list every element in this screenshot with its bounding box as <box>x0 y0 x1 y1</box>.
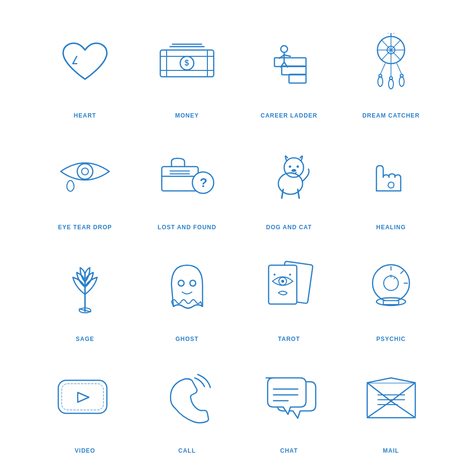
eye-tear-drop-icon-wrap <box>56 129 114 219</box>
chat-cell: CHAT <box>240 352 338 459</box>
money-cell: $ MONEY <box>138 17 236 124</box>
lost-and-found-icon-wrap: ? <box>158 129 216 219</box>
svg-line-64 <box>401 271 403 273</box>
money-icon-wrap: $ <box>158 17 216 107</box>
video-label: VIDEO <box>75 447 95 454</box>
svg-rect-13 <box>274 58 306 67</box>
dog-and-cat-cell: DOG AND CAT <box>240 129 338 236</box>
svg-point-48 <box>297 166 299 168</box>
chat-label: CHAT <box>280 447 298 454</box>
psychic-icon <box>366 258 417 314</box>
sage-icon-wrap <box>63 240 107 331</box>
heart-icon-wrap <box>58 17 112 107</box>
mail-icon-wrap <box>363 352 419 442</box>
video-icon-wrap <box>56 352 114 442</box>
svg-point-46 <box>291 169 296 172</box>
svg-text:✦: ✦ <box>272 272 276 277</box>
svg-text:✦: ✦ <box>288 272 292 277</box>
heart-icon <box>58 39 112 85</box>
svg-rect-11 <box>289 74 306 83</box>
dream-catcher-cell: DREAM CATCHER <box>342 17 440 124</box>
career-ladder-icon <box>262 35 316 89</box>
dream-catcher-icon-wrap <box>367 17 415 107</box>
lost-and-found-cell: ? LOST AND FOUND <box>138 129 236 236</box>
dog-and-cat-icon-wrap <box>262 129 316 219</box>
sage-icon <box>63 258 107 314</box>
sage-label: SAGE <box>76 336 94 342</box>
lost-and-found-label: LOST AND FOUND <box>158 224 217 231</box>
mail-icon <box>363 373 419 422</box>
svg-line-28 <box>397 64 402 74</box>
svg-line-0 <box>73 56 77 64</box>
svg-rect-70 <box>383 301 399 305</box>
career-ladder-label: CAREER LADDER <box>260 112 317 119</box>
video-icon <box>56 375 114 419</box>
heart-cell: HEART <box>36 17 134 124</box>
ghost-icon-wrap <box>162 240 213 331</box>
svg-line-79 <box>391 401 415 418</box>
career-ladder-icon-wrap <box>262 17 316 107</box>
tarot-cell: ✦ ✦ TAROT <box>240 240 338 347</box>
healing-icon <box>367 147 415 201</box>
eye-tear-drop-cell: EYE TEAR DROP <box>36 129 134 236</box>
svg-point-59 <box>281 280 284 283</box>
icon-grid: HEART $ MONEY <box>27 7 449 469</box>
ghost-label: GHOST <box>175 336 199 342</box>
dog-and-cat-label: DOG AND CAT <box>266 224 312 231</box>
psychic-label: PSYCHIC <box>376 336 406 342</box>
healing-label: HEALING <box>376 224 406 231</box>
svg-point-54 <box>178 280 184 286</box>
dog-and-cat-icon <box>262 147 316 201</box>
svg-point-36 <box>77 164 93 179</box>
chat-icon-wrap <box>261 352 317 442</box>
eye-tear-drop-icon <box>56 152 114 196</box>
svg-point-47 <box>289 166 291 168</box>
heart-label: HEART <box>74 112 96 119</box>
healing-cell: HEALING <box>342 129 440 236</box>
svg-line-78 <box>367 401 391 418</box>
money-icon: $ <box>158 43 216 82</box>
svg-line-17 <box>284 55 290 56</box>
svg-point-32 <box>389 79 393 89</box>
call-label: CALL <box>178 447 196 454</box>
call-cell: CALL <box>138 352 236 459</box>
career-ladder-cell: CAREER LADDER <box>240 17 338 124</box>
lost-and-found-icon: ? <box>158 150 216 198</box>
svg-line-26 <box>380 64 385 74</box>
mail-cell: MAIL <box>342 352 440 459</box>
money-label: MONEY <box>175 112 199 119</box>
svg-rect-71 <box>58 380 107 413</box>
svg-line-68 <box>394 277 395 279</box>
svg-text:?: ? <box>200 175 207 190</box>
tarot-icon: ✦ ✦ <box>264 258 315 314</box>
ghost-cell: GHOST <box>138 240 236 347</box>
svg-point-55 <box>190 280 196 286</box>
mail-label: MAIL <box>383 447 399 454</box>
svg-point-37 <box>82 168 88 175</box>
healing-icon-wrap <box>367 129 415 219</box>
call-icon-wrap <box>162 352 213 442</box>
tarot-icon-wrap: ✦ ✦ <box>264 240 315 331</box>
ghost-icon <box>162 258 213 314</box>
svg-point-30 <box>378 77 383 86</box>
svg-point-34 <box>399 77 404 86</box>
call-icon <box>162 371 213 424</box>
svg-rect-72 <box>62 384 103 410</box>
svg-text:$: $ <box>185 59 189 67</box>
eye-tear-drop-label: EYE TEAR DROP <box>58 224 112 231</box>
svg-point-14 <box>281 46 288 52</box>
video-cell: VIDEO <box>36 352 134 459</box>
svg-rect-12 <box>282 66 306 75</box>
dream-catcher-label: DREAM CATCHER <box>362 112 420 119</box>
psychic-cell: PSYCHIC <box>342 240 440 347</box>
sage-cell: SAGE <box>36 240 134 347</box>
dream-catcher-icon <box>367 33 415 91</box>
svg-point-66 <box>384 276 398 290</box>
tarot-label: TAROT <box>278 336 300 342</box>
chat-icon <box>261 372 317 423</box>
svg-marker-73 <box>78 392 89 402</box>
psychic-icon-wrap <box>366 240 417 331</box>
